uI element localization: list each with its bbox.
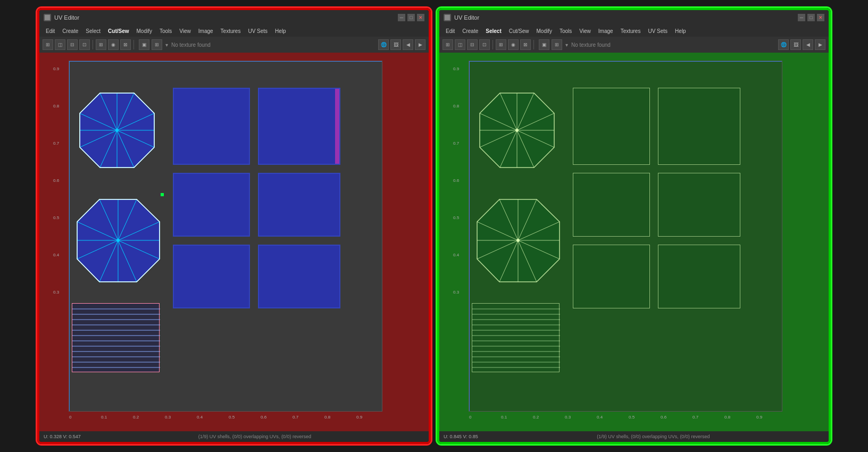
left-canvas-area[interactable]: 0.9 0.8 0.7 0.6 0.5 0.4 0.3 0 0.1 0.2 0.… bbox=[39, 53, 429, 431]
right-nav-right[interactable]: ▶ bbox=[815, 39, 825, 50]
svg-point-71 bbox=[516, 239, 520, 242]
right-texture-label: No texture found bbox=[571, 42, 611, 48]
right-octagon-2 bbox=[472, 194, 565, 287]
right-menu-image[interactable]: Image bbox=[595, 27, 616, 35]
right-globe-btn[interactable]: 🌐 bbox=[778, 39, 789, 50]
right-menu-help[interactable]: Help bbox=[672, 27, 689, 35]
left-texture-label: No texture found bbox=[171, 42, 211, 48]
right-tool-3[interactable]: ⊟ bbox=[467, 39, 478, 50]
left-checker-btn[interactable]: ⊞ bbox=[152, 39, 162, 50]
right-menu-bar: Edit Create Select Cut/Sew Modify Tools … bbox=[439, 25, 829, 37]
right-toolbar: ⊞ ◫ ⊟ ⊡ ⊞ ◉ ⊠ ▣ ⊞ ▾ No texture found 🌐 🖼… bbox=[439, 37, 829, 53]
left-texture-btn1[interactable]: ▣ bbox=[139, 39, 149, 50]
right-menu-textures[interactable]: Textures bbox=[617, 27, 644, 35]
right-menu-select[interactable]: Select bbox=[482, 27, 504, 35]
left-uv-editor: UV Editor ─ □ ✕ Edit Create Select Cut/S… bbox=[37, 8, 431, 444]
svg-point-57 bbox=[515, 129, 519, 132]
left-close-button[interactable]: ✕ bbox=[417, 14, 424, 21]
left-window-title: UV Editor bbox=[54, 14, 395, 21]
left-nav-right[interactable]: ▶ bbox=[415, 39, 425, 50]
right-toolbar-sep2 bbox=[533, 40, 534, 49]
right-title-bar: UV Editor ─ □ ✕ bbox=[439, 10, 829, 25]
right-close-button[interactable]: ✕ bbox=[817, 14, 824, 21]
left-octagon-2 bbox=[72, 194, 165, 287]
right-menu-tools[interactable]: Tools bbox=[556, 27, 575, 35]
left-tool-5[interactable]: ⊞ bbox=[96, 39, 106, 50]
right-checker-btn[interactable]: ⊞ bbox=[552, 39, 562, 50]
left-window-controls: ─ □ ✕ bbox=[398, 14, 424, 21]
left-minimize-button[interactable]: ─ bbox=[398, 14, 405, 21]
right-nav-left[interactable]: ◀ bbox=[803, 39, 813, 50]
right-uv-editor: UV Editor ─ □ ✕ Edit Create Select Cut/S… bbox=[437, 8, 831, 444]
right-tool-1[interactable]: ⊞ bbox=[443, 39, 453, 50]
left-menu-view[interactable]: View bbox=[176, 27, 194, 35]
left-menu-select[interactable]: Select bbox=[82, 27, 104, 35]
right-toolbar-sep1 bbox=[493, 40, 493, 49]
left-maximize-button[interactable]: □ bbox=[407, 14, 415, 21]
left-menu-uvsets[interactable]: UV Sets bbox=[245, 27, 271, 35]
svg-rect-0 bbox=[45, 15, 50, 20]
right-status-bar: U: 0.845 V: 0.85 (1/9) UV shells, (0/0) … bbox=[439, 431, 829, 442]
right-status-info: (1/9) UV shells, (0/0) overlapping UVs, … bbox=[482, 434, 824, 439]
right-menu-edit[interactable]: Edit bbox=[443, 27, 458, 35]
left-window-icon bbox=[44, 14, 51, 21]
right-minimize-button[interactable]: ─ bbox=[798, 14, 805, 21]
right-tool-2[interactable]: ◫ bbox=[455, 39, 465, 50]
left-toolbar-sep1 bbox=[93, 40, 93, 49]
left-menu-cutsew[interactable]: Cut/Sew bbox=[105, 27, 132, 35]
right-window-title: UV Editor bbox=[454, 14, 795, 21]
left-nav-left[interactable]: ◀ bbox=[403, 39, 413, 50]
left-tool-4[interactable]: ⊡ bbox=[79, 39, 90, 50]
left-menu-modify[interactable]: Modify bbox=[133, 27, 155, 35]
right-tool-7[interactable]: ⊠ bbox=[520, 39, 531, 50]
right-window-controls: ─ □ ✕ bbox=[798, 14, 824, 21]
right-canvas-area[interactable]: 0.9 0.8 0.7 0.6 0.5 0.4 0.3 0 0.1 0.2 0.… bbox=[439, 53, 829, 431]
left-toolbar: ⊞ ◫ ⊟ ⊡ ⊞ ◉ ⊠ ▣ ⊞ ▾ No texture found 🌐 🖼… bbox=[39, 37, 429, 53]
right-tool-5[interactable]: ⊞ bbox=[496, 39, 506, 50]
right-maximize-button[interactable]: □ bbox=[807, 14, 815, 21]
left-texture-display: ▣ ⊞ ▾ No texture found bbox=[139, 39, 211, 50]
left-menu-create[interactable]: Create bbox=[59, 27, 81, 35]
left-texture-arrow: ▾ bbox=[164, 42, 169, 48]
left-globe-btn[interactable]: 🌐 bbox=[378, 39, 389, 50]
left-tool-3[interactable]: ⊟ bbox=[67, 39, 78, 50]
right-menu-uvsets[interactable]: UV Sets bbox=[645, 27, 671, 35]
right-tool-4[interactable]: ⊡ bbox=[479, 39, 490, 50]
left-tool-7[interactable]: ⊠ bbox=[120, 39, 131, 50]
svg-point-29 bbox=[116, 239, 120, 242]
right-texture-display: ▣ ⊞ ▾ No texture found bbox=[539, 39, 611, 50]
svg-rect-43 bbox=[445, 15, 450, 20]
left-status-coords: U: 0.328 V: 0.547 bbox=[44, 434, 81, 439]
left-menu-edit[interactable]: Edit bbox=[43, 27, 58, 35]
left-title-bar: UV Editor ─ □ ✕ bbox=[39, 10, 429, 25]
left-status-bar: U: 0.328 V: 0.547 (1/9) UV shells, (0/0)… bbox=[39, 431, 429, 442]
right-menu-create[interactable]: Create bbox=[459, 27, 481, 35]
left-menu-bar: Edit Create Select Cut/Sew Modify Tools … bbox=[39, 25, 429, 37]
right-texture-btn1[interactable]: ▣ bbox=[539, 39, 549, 50]
left-octagon-1 bbox=[74, 88, 160, 173]
right-tool-6[interactable]: ◉ bbox=[508, 39, 519, 50]
left-img-btn[interactable]: 🖼 bbox=[390, 39, 401, 50]
right-menu-view[interactable]: View bbox=[576, 27, 594, 35]
right-octagon-1 bbox=[474, 88, 560, 173]
left-tool-6[interactable]: ◉ bbox=[108, 39, 119, 50]
left-rect-grid bbox=[72, 304, 160, 373]
left-menu-help[interactable]: Help bbox=[272, 27, 289, 35]
left-menu-tools[interactable]: Tools bbox=[156, 27, 175, 35]
right-status-coords: U: 0.845 V: 0.85 bbox=[444, 434, 478, 439]
left-tool-2[interactable]: ◫ bbox=[55, 39, 65, 50]
left-tool-1[interactable]: ⊞ bbox=[43, 39, 53, 50]
right-menu-modify[interactable]: Modify bbox=[533, 27, 555, 35]
right-menu-cutsew[interactable]: Cut/Sew bbox=[506, 27, 532, 35]
left-menu-textures[interactable]: Textures bbox=[218, 27, 244, 35]
right-texture-arrow: ▾ bbox=[564, 42, 569, 48]
right-rect-grid bbox=[472, 304, 560, 373]
right-window-icon bbox=[444, 14, 451, 21]
svg-point-14 bbox=[115, 129, 119, 132]
left-toolbar-sep2 bbox=[133, 40, 134, 49]
left-status-info: (1/9) UV shells, (0/0) overlapping UVs, … bbox=[85, 434, 424, 439]
left-menu-image[interactable]: Image bbox=[195, 27, 216, 35]
right-img-btn[interactable]: 🖼 bbox=[790, 39, 801, 50]
